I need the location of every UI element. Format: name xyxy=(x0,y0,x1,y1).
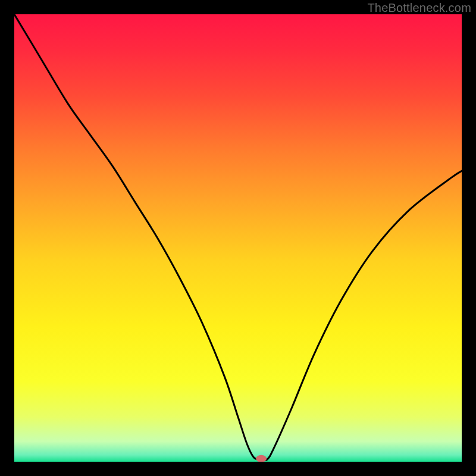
gradient-background xyxy=(14,14,462,462)
attribution-label: TheBottleneck.com xyxy=(367,1,471,15)
chart-frame: TheBottleneck.com xyxy=(0,0,476,476)
plot-area xyxy=(14,14,462,462)
bottleneck-chart xyxy=(14,14,462,462)
